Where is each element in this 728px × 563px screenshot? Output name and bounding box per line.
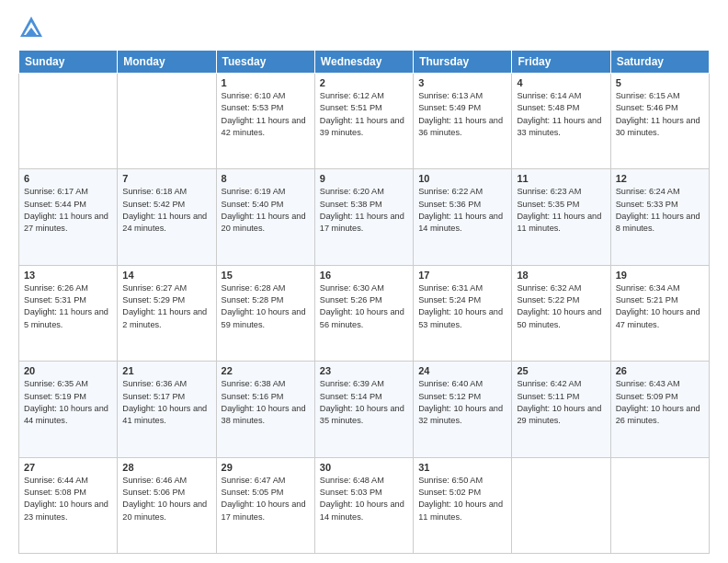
- calendar-cell: 28Sunrise: 6:46 AM Sunset: 5:06 PM Dayli…: [118, 457, 216, 553]
- day-info: Sunrise: 6:32 AM Sunset: 5:22 PM Dayligh…: [517, 282, 605, 331]
- day-info: Sunrise: 6:48 AM Sunset: 5:03 PM Dayligh…: [320, 475, 408, 523]
- calendar-cell: 2Sunrise: 6:12 AM Sunset: 5:51 PM Daylig…: [314, 74, 413, 169]
- calendar-cell: 11Sunrise: 6:23 AM Sunset: 5:35 PM Dayli…: [512, 169, 610, 265]
- day-info: Sunrise: 6:27 AM Sunset: 5:29 PM Dayligh…: [122, 282, 210, 331]
- day-info: Sunrise: 6:31 AM Sunset: 5:24 PM Dayligh…: [418, 282, 506, 331]
- calendar-cell: [512, 457, 610, 553]
- calendar-cell: 10Sunrise: 6:22 AM Sunset: 5:36 PM Dayli…: [414, 169, 512, 265]
- day-number: 2: [320, 77, 408, 88]
- day-info: Sunrise: 6:50 AM Sunset: 5:02 PM Dayligh…: [418, 475, 506, 523]
- day-info: Sunrise: 6:23 AM Sunset: 5:35 PM Dayligh…: [517, 186, 605, 235]
- day-info: Sunrise: 6:20 AM Sunset: 5:38 PM Dayligh…: [320, 186, 408, 235]
- header: [18, 15, 710, 40]
- calendar-cell: 8Sunrise: 6:19 AM Sunset: 5:40 PM Daylig…: [216, 169, 314, 265]
- day-number: 4: [517, 77, 605, 88]
- calendar-cell: 5Sunrise: 6:15 AM Sunset: 5:46 PM Daylig…: [610, 74, 709, 169]
- calendar-cell: 24Sunrise: 6:40 AM Sunset: 5:12 PM Dayli…: [414, 362, 512, 457]
- day-number: 20: [24, 365, 112, 376]
- week-row-2: 6Sunrise: 6:17 AM Sunset: 5:44 PM Daylig…: [19, 169, 710, 265]
- week-row-4: 20Sunrise: 6:35 AM Sunset: 5:19 PM Dayli…: [19, 362, 710, 457]
- day-number: 31: [418, 462, 506, 473]
- day-info: Sunrise: 6:46 AM Sunset: 5:06 PM Dayligh…: [122, 475, 210, 523]
- day-number: 16: [320, 270, 408, 281]
- calendar-cell: 18Sunrise: 6:32 AM Sunset: 5:22 PM Dayli…: [512, 265, 610, 361]
- day-info: Sunrise: 6:15 AM Sunset: 5:46 PM Dayligh…: [616, 90, 704, 139]
- calendar-cell: 17Sunrise: 6:31 AM Sunset: 5:24 PM Dayli…: [414, 265, 512, 361]
- day-info: Sunrise: 6:36 AM Sunset: 5:17 PM Dayligh…: [122, 378, 210, 427]
- day-info: Sunrise: 6:40 AM Sunset: 5:12 PM Dayligh…: [418, 378, 506, 427]
- day-info: Sunrise: 6:24 AM Sunset: 5:33 PM Dayligh…: [616, 186, 704, 235]
- calendar-cell: 25Sunrise: 6:42 AM Sunset: 5:11 PM Dayli…: [512, 362, 610, 457]
- calendar-cell: 27Sunrise: 6:44 AM Sunset: 5:08 PM Dayli…: [19, 457, 118, 553]
- day-number: 3: [418, 77, 506, 88]
- day-header-tuesday: Tuesday: [216, 51, 314, 74]
- day-info: Sunrise: 6:17 AM Sunset: 5:44 PM Dayligh…: [24, 186, 112, 235]
- calendar-cell: 9Sunrise: 6:20 AM Sunset: 5:38 PM Daylig…: [314, 169, 413, 265]
- day-number: 29: [222, 462, 310, 473]
- calendar-cell: 30Sunrise: 6:48 AM Sunset: 5:03 PM Dayli…: [314, 457, 413, 553]
- week-row-1: 1Sunrise: 6:10 AM Sunset: 5:53 PM Daylig…: [19, 74, 710, 169]
- calendar-cell: 13Sunrise: 6:26 AM Sunset: 5:31 PM Dayli…: [19, 265, 118, 361]
- calendar-cell: 12Sunrise: 6:24 AM Sunset: 5:33 PM Dayli…: [610, 169, 709, 265]
- day-header-thursday: Thursday: [414, 51, 512, 74]
- day-number: 26: [616, 365, 704, 376]
- day-number: 14: [122, 270, 210, 281]
- day-header-wednesday: Wednesday: [314, 51, 413, 74]
- day-number: 6: [24, 173, 112, 184]
- logo-icon: [18, 15, 44, 40]
- day-number: 21: [122, 365, 210, 376]
- day-number: 9: [320, 173, 408, 184]
- calendar-cell: 3Sunrise: 6:13 AM Sunset: 5:49 PM Daylig…: [414, 74, 512, 169]
- day-number: 7: [122, 173, 210, 184]
- day-number: 5: [616, 77, 704, 88]
- days-header-row: SundayMondayTuesdayWednesdayThursdayFrid…: [19, 51, 710, 74]
- calendar-cell: 31Sunrise: 6:50 AM Sunset: 5:02 PM Dayli…: [414, 457, 512, 553]
- day-info: Sunrise: 6:19 AM Sunset: 5:40 PM Dayligh…: [222, 186, 310, 235]
- calendar-cell: [19, 74, 118, 169]
- logo: [18, 15, 48, 40]
- day-info: Sunrise: 6:39 AM Sunset: 5:14 PM Dayligh…: [320, 378, 408, 427]
- calendar-cell: [610, 457, 709, 553]
- calendar-cell: 29Sunrise: 6:47 AM Sunset: 5:05 PM Dayli…: [216, 457, 314, 553]
- day-number: 12: [616, 173, 704, 184]
- day-number: 22: [222, 365, 310, 376]
- day-info: Sunrise: 6:13 AM Sunset: 5:49 PM Dayligh…: [418, 90, 506, 139]
- calendar-table: SundayMondayTuesdayWednesdayThursdayFrid…: [18, 50, 710, 554]
- calendar-cell: 6Sunrise: 6:17 AM Sunset: 5:44 PM Daylig…: [19, 169, 118, 265]
- day-header-friday: Friday: [512, 51, 610, 74]
- day-number: 28: [122, 462, 210, 473]
- day-info: Sunrise: 6:42 AM Sunset: 5:11 PM Dayligh…: [517, 378, 605, 427]
- calendar-cell: 1Sunrise: 6:10 AM Sunset: 5:53 PM Daylig…: [216, 74, 314, 169]
- day-info: Sunrise: 6:10 AM Sunset: 5:53 PM Dayligh…: [222, 90, 310, 139]
- day-info: Sunrise: 6:47 AM Sunset: 5:05 PM Dayligh…: [222, 475, 310, 523]
- day-number: 1: [222, 77, 310, 88]
- day-info: Sunrise: 6:34 AM Sunset: 5:21 PM Dayligh…: [616, 282, 704, 331]
- day-header-monday: Monday: [118, 51, 216, 74]
- day-number: 8: [222, 173, 310, 184]
- day-number: 15: [222, 270, 310, 281]
- calendar-cell: 22Sunrise: 6:38 AM Sunset: 5:16 PM Dayli…: [216, 362, 314, 457]
- calendar-cell: 19Sunrise: 6:34 AM Sunset: 5:21 PM Dayli…: [610, 265, 709, 361]
- calendar-cell: 21Sunrise: 6:36 AM Sunset: 5:17 PM Dayli…: [118, 362, 216, 457]
- day-header-sunday: Sunday: [19, 51, 118, 74]
- calendar-cell: 26Sunrise: 6:43 AM Sunset: 5:09 PM Dayli…: [610, 362, 709, 457]
- day-number: 30: [320, 462, 408, 473]
- calendar-cell: 23Sunrise: 6:39 AM Sunset: 5:14 PM Dayli…: [314, 362, 413, 457]
- day-info: Sunrise: 6:22 AM Sunset: 5:36 PM Dayligh…: [418, 186, 506, 235]
- day-number: 25: [517, 365, 605, 376]
- day-info: Sunrise: 6:18 AM Sunset: 5:42 PM Dayligh…: [122, 186, 210, 235]
- day-number: 19: [616, 270, 704, 281]
- day-number: 17: [418, 270, 506, 281]
- day-number: 24: [418, 365, 506, 376]
- day-info: Sunrise: 6:28 AM Sunset: 5:28 PM Dayligh…: [222, 282, 310, 331]
- day-number: 11: [517, 173, 605, 184]
- day-info: Sunrise: 6:35 AM Sunset: 5:19 PM Dayligh…: [24, 378, 112, 427]
- day-info: Sunrise: 6:14 AM Sunset: 5:48 PM Dayligh…: [517, 90, 605, 139]
- day-number: 27: [24, 462, 112, 473]
- week-row-5: 27Sunrise: 6:44 AM Sunset: 5:08 PM Dayli…: [19, 457, 710, 553]
- day-number: 18: [517, 270, 605, 281]
- calendar-cell: 7Sunrise: 6:18 AM Sunset: 5:42 PM Daylig…: [118, 169, 216, 265]
- calendar-cell: [118, 74, 216, 169]
- calendar-cell: 20Sunrise: 6:35 AM Sunset: 5:19 PM Dayli…: [19, 362, 118, 457]
- day-info: Sunrise: 6:43 AM Sunset: 5:09 PM Dayligh…: [616, 378, 704, 427]
